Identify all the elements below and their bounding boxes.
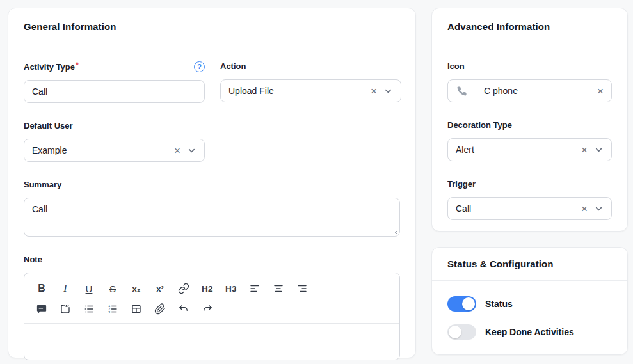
decoration-type-field: Decoration Type Alert × <box>447 120 612 161</box>
action-label: Action <box>220 61 246 71</box>
comment-button[interactable] <box>35 302 49 316</box>
card-title: General Information <box>24 21 116 32</box>
clear-icon[interactable]: × <box>371 86 377 97</box>
redo-icon <box>202 303 213 315</box>
svg-text:3: 3 <box>108 310 110 314</box>
note-field: Note B I U S x₂ x² H2 H3 <box>24 254 400 360</box>
align-right-button[interactable] <box>295 281 309 296</box>
trigger-field: Trigger Call × <box>447 178 612 220</box>
italic-button[interactable]: I <box>58 281 72 296</box>
icon-label: Icon <box>447 61 465 71</box>
trigger-label: Trigger <box>447 179 476 189</box>
bullet-list-icon <box>83 303 95 315</box>
activity-type-field: Activity Type* ? <box>24 61 205 103</box>
chevron-down-icon <box>383 86 393 96</box>
decoration-type-select-value: Alert <box>456 145 581 155</box>
status-toggle-label: Status <box>485 299 513 309</box>
required-asterisk: * <box>76 60 79 70</box>
keep-done-activities-toggle-label: Keep Done Activities <box>485 327 574 337</box>
paperclip-icon <box>154 303 166 315</box>
subscript-button[interactable]: x₂ <box>129 281 143 296</box>
toggle-knob <box>462 297 475 310</box>
advanced-card-header: Advanced Information <box>432 8 627 45</box>
chevron-down-icon <box>187 146 196 155</box>
status-card-header: Status & Configuration <box>432 248 627 281</box>
trigger-select[interactable]: Call × <box>447 197 612 220</box>
blockquote-icon <box>60 303 71 315</box>
activity-type-label: Activity Type <box>24 62 75 72</box>
summary-textarea[interactable]: Call <box>24 198 400 237</box>
summary-label: Summary <box>24 180 61 189</box>
decoration-type-label: Decoration Type <box>447 120 512 130</box>
comment-icon <box>36 303 47 315</box>
link-icon <box>178 283 189 294</box>
default-user-select-value: Example <box>32 145 174 155</box>
note-editor-content[interactable] <box>24 324 399 360</box>
icon-preview[interactable] <box>448 80 476 102</box>
superscript-button[interactable]: x² <box>153 281 167 296</box>
status-card-body: Status Keep Done Activities <box>432 281 627 355</box>
bullet-list-button[interactable] <box>82 302 96 316</box>
help-icon[interactable]: ? <box>194 61 205 72</box>
icon-value: C phone <box>476 86 597 96</box>
keep-done-activities-toggle-row: Keep Done Activities <box>447 324 612 340</box>
align-center-button[interactable] <box>271 281 285 296</box>
phone-icon <box>456 86 467 97</box>
heading3-button[interactable]: H3 <box>224 281 238 296</box>
status-toggle-row: Status <box>447 296 612 312</box>
advanced-information-card: Advanced Information Icon C phone × Deco… <box>431 8 628 232</box>
status-toggle[interactable] <box>447 296 476 312</box>
clear-icon[interactable]: × <box>174 145 180 156</box>
decoration-type-select[interactable]: Alert × <box>447 138 612 161</box>
icon-field: Icon C phone × <box>447 61 612 102</box>
note-rich-text-editor: B I U S x₂ x² H2 H3 <box>24 273 400 360</box>
ordered-list-icon: 123 <box>107 303 118 315</box>
toggle-knob <box>449 326 461 338</box>
chevron-down-icon <box>594 145 604 155</box>
redo-button[interactable] <box>200 302 214 316</box>
card-title: Status & Configuration <box>447 258 554 269</box>
card-title: Advanced Information <box>447 21 550 32</box>
note-label: Note <box>24 255 42 264</box>
summary-field: Summary Call <box>24 179 400 237</box>
undo-icon <box>178 303 189 315</box>
chevron-down-icon <box>594 204 604 214</box>
general-card-body: Activity Type* ? Action Upload File × <box>8 45 415 364</box>
align-left-icon <box>249 283 260 294</box>
keep-done-activities-toggle[interactable] <box>447 324 476 340</box>
link-button[interactable] <box>177 281 191 296</box>
bold-button[interactable]: B <box>35 281 49 296</box>
align-center-icon <box>273 283 284 294</box>
align-right-icon <box>296 283 308 294</box>
blockquote-button[interactable] <box>58 302 72 316</box>
default-user-label: Default User <box>24 121 73 131</box>
action-select[interactable]: Upload File × <box>220 79 401 102</box>
trigger-select-value: Call <box>456 203 581 214</box>
strikethrough-button[interactable]: S <box>106 281 120 296</box>
clear-icon[interactable]: × <box>581 145 588 155</box>
clear-icon[interactable]: × <box>581 203 588 214</box>
general-information-card: General Information Activity Type* ? Act… <box>8 8 416 358</box>
icon-picker-input[interactable]: C phone × <box>447 79 612 102</box>
default-user-select[interactable]: Example × <box>24 139 205 162</box>
ordered-list-button[interactable]: 123 <box>106 302 120 316</box>
status-configuration-card: Status & Configuration Status Keep Done … <box>431 247 628 355</box>
heading2-button[interactable]: H2 <box>200 281 214 296</box>
general-card-header: General Information <box>8 8 415 45</box>
table-icon <box>131 303 142 315</box>
action-field: Action Upload File × <box>220 61 401 103</box>
attachment-button[interactable] <box>153 302 167 316</box>
table-button[interactable] <box>129 302 143 316</box>
undo-button[interactable] <box>177 302 191 316</box>
clear-icon[interactable]: × <box>597 86 604 97</box>
note-toolbar: B I U S x₂ x² H2 H3 <box>24 273 399 323</box>
underline-button[interactable]: U <box>82 281 96 296</box>
default-user-field: Default User Example × <box>24 120 400 162</box>
advanced-card-body: Icon C phone × Decoration Type Alert × <box>432 45 627 235</box>
action-select-value: Upload File <box>228 86 371 96</box>
align-left-button[interactable] <box>248 281 262 296</box>
activity-type-input[interactable] <box>24 80 205 103</box>
